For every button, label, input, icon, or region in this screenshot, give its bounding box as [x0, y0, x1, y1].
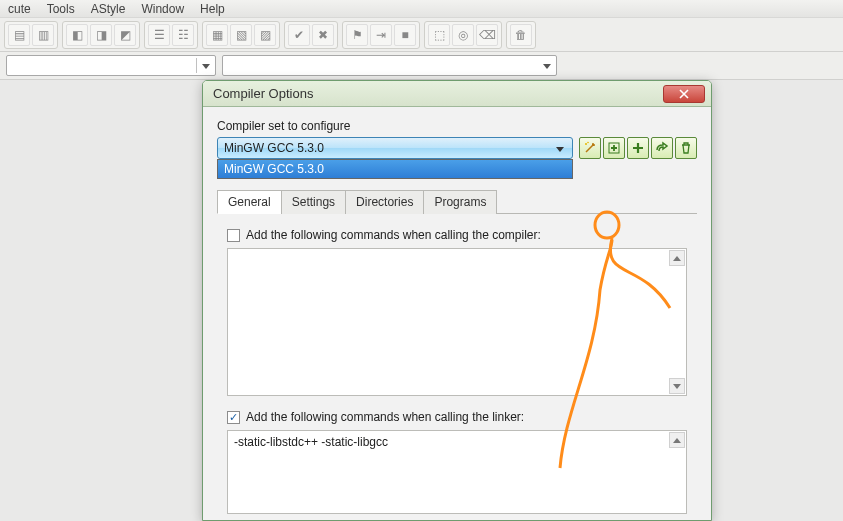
scroll-down-icon[interactable] — [669, 378, 685, 394]
trash-icon — [679, 141, 693, 155]
tool-compile-icon[interactable]: ▦ — [206, 24, 228, 46]
compiler-options-dialog: Compiler Options Compiler set to configu… — [202, 80, 712, 521]
compiler-set-combo[interactable]: MinGW GCC 5.3.0 — [217, 137, 573, 159]
tool-bookmark-next-icon[interactable]: ◨ — [90, 24, 112, 46]
config-label: Compiler set to configure — [217, 119, 697, 133]
add-empty-button[interactable] — [603, 137, 625, 159]
tool-trash-icon[interactable]: 🗑 — [510, 24, 532, 46]
close-button[interactable] — [663, 85, 705, 103]
tool-stop-icon[interactable]: ■ — [394, 24, 416, 46]
wand-icon — [583, 141, 597, 155]
main-toolbar: ▤ ▥ ◧ ◨ ◩ ☰ ☷ ▦ ▧ ▨ ✔ ✖ ⚑ ⇥ ■ ⬚ ◎ ⌫ 🗑 — [0, 18, 843, 52]
close-icon — [679, 89, 689, 99]
tab-directories[interactable]: Directories — [345, 190, 424, 214]
tool-bookmark-prev-icon[interactable]: ◩ — [114, 24, 136, 46]
combo-value: MinGW GCC 5.3.0 — [224, 141, 324, 155]
menu-item[interactable]: cute — [0, 1, 39, 17]
compiler-cmds-label: Add the following commands when calling … — [246, 228, 541, 242]
tab-strip: General Settings Directories Programs — [217, 189, 697, 214]
menu-item[interactable]: AStyle — [83, 1, 134, 17]
scroll-up-icon[interactable] — [669, 250, 685, 266]
compiler-cmds-checkbox[interactable] — [227, 229, 240, 242]
dialog-title: Compiler Options — [213, 86, 663, 101]
tool-goto-icon[interactable]: ☰ — [148, 24, 170, 46]
autodetect-button[interactable] — [579, 137, 601, 159]
menu-item[interactable]: Window — [133, 1, 192, 17]
tool-delete-prof-icon[interactable]: ⌫ — [476, 24, 498, 46]
compiler-cmds-textarea[interactable] — [227, 248, 687, 396]
dialog-titlebar: Compiler Options — [203, 81, 711, 107]
tool-rebuild-icon[interactable]: ▨ — [254, 24, 276, 46]
project-combo[interactable] — [6, 55, 216, 76]
plus-block-icon — [607, 141, 621, 155]
linker-cmds-label: Add the following commands when calling … — [246, 410, 524, 424]
secondary-toolbar — [0, 52, 843, 80]
delete-button[interactable] — [675, 137, 697, 159]
tool-comment-icon[interactable]: ▤ — [8, 24, 30, 46]
scroll-up-icon[interactable] — [669, 432, 685, 448]
tool-run-icon[interactable]: ▧ — [230, 24, 252, 46]
tab-settings[interactable]: Settings — [281, 190, 346, 214]
plus-icon — [631, 141, 645, 155]
compiler-set-dropdown-item[interactable]: MinGW GCC 5.3.0 — [217, 159, 573, 179]
tab-programs[interactable]: Programs — [423, 190, 497, 214]
tool-bookmark-icon[interactable]: ◧ — [66, 24, 88, 46]
tool-search-icon[interactable]: ☷ — [172, 24, 194, 46]
tool-profile-icon[interactable]: ◎ — [452, 24, 474, 46]
rename-arrow-icon — [655, 141, 669, 155]
tool-debug-icon[interactable]: ⚑ — [346, 24, 368, 46]
tab-panel-general: Add the following commands when calling … — [217, 214, 697, 521]
svg-point-1 — [587, 142, 589, 144]
menu-item[interactable]: Help — [192, 1, 233, 17]
menu-item[interactable]: Tools — [39, 1, 83, 17]
tool-step-icon[interactable]: ⇥ — [370, 24, 392, 46]
linker-cmds-textarea[interactable]: -static-libstdc++ -static-libgcc — [227, 430, 687, 514]
tab-general[interactable]: General — [217, 190, 282, 214]
file-combo[interactable] — [222, 55, 557, 76]
rename-button[interactable] — [651, 137, 673, 159]
main-menubar: cute Tools AStyle Window Help — [0, 0, 843, 18]
linker-cmds-checkbox[interactable] — [227, 411, 240, 424]
tool-uncomment-icon[interactable]: ▥ — [32, 24, 54, 46]
add-copy-button[interactable] — [627, 137, 649, 159]
tool-new-class-icon[interactable]: ⬚ — [428, 24, 450, 46]
tool-cancel-icon[interactable]: ✖ — [312, 24, 334, 46]
tool-check-icon[interactable]: ✔ — [288, 24, 310, 46]
svg-point-0 — [585, 143, 587, 145]
